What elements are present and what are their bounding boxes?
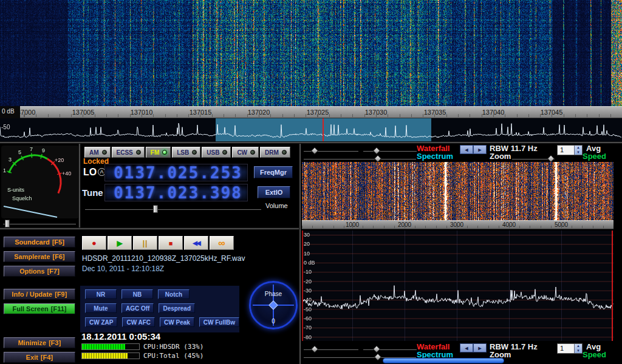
bottom-wf-brightness-thumb[interactable] — [311, 345, 319, 353]
separator — [78, 144, 80, 228]
transport-bar: ● ▶ || ■ ◀◀ ∞ — [82, 236, 234, 250]
bottom-band-right-button[interactable]: ► — [473, 343, 487, 352]
record-button[interactable]: ● — [82, 236, 106, 250]
date-time-display: 18.12.2011 0:05:34 — [81, 331, 160, 342]
nb-button[interactable]: NB — [121, 289, 153, 299]
freq-ruler-label: 137035 — [424, 109, 446, 116]
rf-db-label: -10 — [304, 269, 312, 275]
top-wf-contrast-thumb[interactable] — [373, 147, 381, 155]
mode-am-led-icon — [102, 150, 107, 155]
mode-cw-button[interactable]: CW — [232, 147, 259, 158]
mode-cw-led-icon — [250, 150, 255, 155]
top-avg-select[interactable]: 1 ▲ ▼ — [557, 145, 583, 155]
bottom-wf-brightness-slider[interactable] — [304, 345, 358, 353]
mode-usb-label: USB — [207, 149, 219, 156]
mode-ecss-label: ECSS — [117, 149, 133, 156]
exit-button-label: Exit — [26, 354, 38, 361]
rf-frequency-ruler[interactable]: 1000 2000 3000 4000 5000 — [302, 220, 613, 229]
squelch-slider-thumb[interactable] — [5, 220, 10, 228]
soundcard-button[interactable]: Soundcard [F5] — [4, 237, 75, 248]
spin-up-icon[interactable]: ▲ — [575, 146, 582, 150]
rf-ruler-label: 4000 — [502, 221, 516, 228]
spin-down-icon[interactable]: ▼ — [575, 150, 582, 155]
hdsdr-window: 137000 137005 137010 137015 137020 13702… — [0, 0, 622, 364]
squelch-label: Squelch — [12, 195, 32, 201]
samplerate-button[interactable]: Samplerate [F6] — [4, 251, 75, 262]
rewind-icon: ◀◀ — [193, 240, 199, 246]
bottom-speed-label: Speed — [583, 350, 606, 359]
overview-spectrum-display[interactable] — [0, 118, 622, 141]
pause-icon: || — [143, 239, 148, 248]
top-band-left-button[interactable]: ◄ — [460, 145, 473, 154]
exit-button[interactable]: Exit [F4] — [4, 352, 75, 363]
phase-value: 0 — [251, 318, 296, 325]
options-button-label: Options — [19, 268, 45, 275]
cw-afc-button[interactable]: CW AFC — [122, 317, 155, 327]
top-zoom-thumb[interactable] — [547, 155, 555, 163]
phase-scope[interactable]: Phase 0 — [249, 281, 298, 329]
top-spectrum-gain-thumb[interactable] — [374, 155, 382, 163]
mode-fm-button[interactable]: FM — [146, 147, 171, 158]
mode-lsb-button[interactable]: LSB — [172, 147, 200, 158]
cpu-total-bar-fill — [82, 353, 128, 359]
extio-button[interactable]: ExtIO — [258, 186, 290, 198]
bottom-avg-select[interactable]: 1 ▲ ▼ — [557, 343, 583, 354]
bottom-wf-contrast-slider[interactable] — [363, 345, 417, 353]
loop-button[interactable]: ∞ — [210, 236, 234, 250]
pause-button[interactable]: || — [133, 236, 157, 250]
play-button[interactable]: ▶ — [108, 236, 132, 250]
s-meter-scale-p20: +20 — [55, 157, 64, 163]
mode-button-row: AM ECSS FM LSB USB CW DRM — [84, 147, 290, 158]
nr-button[interactable]: NR — [85, 289, 117, 299]
cw-fullbw-button[interactable]: CW FullBw — [199, 317, 239, 327]
fullscreen-button[interactable]: Full Screen [F11] — [4, 303, 75, 314]
info-update-button[interactable]: Info / Update [F9] — [4, 289, 75, 300]
recording-filename: HDSDR_20111210_120938Z_137025kHz_RF.wav — [82, 254, 245, 263]
rf-waterfall-display[interactable] — [302, 162, 613, 220]
despread-button[interactable]: Despread — [159, 303, 195, 313]
mode-ecss-button[interactable]: ECSS — [112, 147, 145, 158]
bottom-wf-contrast-thumb[interactable] — [373, 345, 381, 353]
agc-off-button[interactable]: AGC Off — [121, 303, 154, 313]
slider-track — [363, 150, 417, 152]
rewind-button[interactable]: ◀◀ — [184, 236, 208, 250]
mute-button[interactable]: Mute — [85, 303, 117, 313]
freqmgr-button[interactable]: FreqMgr — [254, 166, 293, 178]
rf-spectrum-display[interactable] — [302, 231, 613, 341]
freq-ruler-label: 137030 — [365, 109, 388, 116]
mode-am-button[interactable]: AM — [84, 147, 111, 158]
volume-slider[interactable] — [85, 205, 261, 213]
mode-usb-button[interactable]: USB — [202, 147, 231, 158]
spin-down-icon[interactable]: ▼ — [575, 349, 582, 354]
bottom-spectrum-gain-thumb[interactable] — [374, 353, 382, 361]
bottom-zoom-range-bar[interactable] — [383, 358, 504, 363]
cw-zap-button[interactable]: CW ZAP — [85, 317, 117, 327]
top-wf-contrast-slider[interactable] — [363, 147, 417, 155]
top-avg-value: 1 — [558, 146, 574, 155]
tune-frequency-display[interactable]: 0137.023.398 — [104, 184, 248, 201]
cpu-hdsdr-text: CPU:HDSDR (33%) — [143, 343, 203, 351]
mode-drm-button[interactable]: DRM — [260, 147, 290, 158]
rf-db-label: 0 dB — [304, 260, 315, 266]
phase-marker-icon — [268, 300, 278, 310]
rf-db-label: -30 — [304, 288, 312, 294]
top-band-right-button[interactable]: ► — [473, 145, 487, 154]
bottom-avg-spinner: ▲ ▼ — [574, 344, 582, 353]
spin-up-icon[interactable]: ▲ — [575, 344, 582, 349]
s-meter-scale-3: 3 — [9, 157, 12, 163]
lo-frequency-display[interactable]: 0137.025.253 — [104, 164, 248, 181]
bottom-band-left-button[interactable]: ◄ — [460, 343, 473, 352]
cw-peak-button[interactable]: CW Peak — [160, 317, 194, 327]
top-wf-brightness-slider[interactable] — [304, 147, 358, 155]
stop-button[interactable]: ■ — [159, 236, 183, 250]
options-button[interactable]: Options [F7] — [4, 266, 75, 277]
mode-lsb-label: LSB — [177, 149, 189, 156]
notch-button[interactable]: Notch — [158, 289, 190, 299]
top-wf-brightness-thumb[interactable] — [311, 147, 319, 155]
frequency-ruler[interactable]: 137000 137005 137010 137015 137020 13702… — [0, 106, 622, 118]
main-waterfall-display[interactable] — [0, 0, 622, 106]
minimize-button[interactable]: Minimize [F3] — [4, 337, 75, 348]
squelch-slider[interactable] — [3, 220, 76, 228]
top-spectrum-label[interactable]: Spectrum — [417, 152, 453, 161]
volume-slider-thumb[interactable] — [153, 205, 158, 213]
